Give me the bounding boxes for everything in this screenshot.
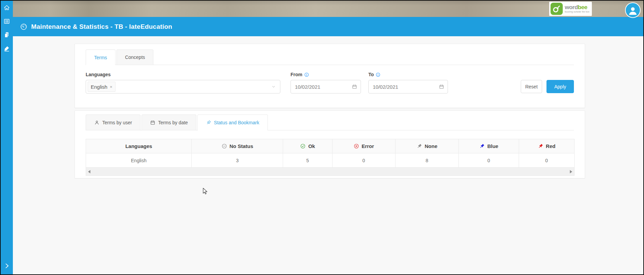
person-icon (627, 5, 639, 17)
filter-row: Languages English × From (86, 72, 574, 93)
logo-tagline: buzzing outside the box (565, 11, 589, 13)
user-icon (94, 120, 100, 125)
col-header-no-status: No Status (191, 139, 283, 153)
tab-status-and-bookmark[interactable]: Status and Bookmark (197, 114, 268, 130)
cell-blue: 0 (458, 153, 518, 168)
language-tag-label: English (91, 84, 107, 90)
tab-terms-by-user[interactable]: Terms by user (86, 114, 141, 130)
from-date-input[interactable] (291, 80, 361, 93)
col-header-languages: Languages (86, 139, 191, 153)
tab-terms[interactable]: Terms (86, 49, 115, 65)
to-date-input[interactable] (368, 80, 448, 93)
cell-ok: 5 (283, 153, 332, 168)
scroll-right-arrow-icon[interactable] (570, 170, 572, 173)
stats-card: Terms by user Terms by date Status and B… (74, 110, 585, 178)
table-header-row: Languages No Status Ok Error (86, 139, 574, 153)
col-header-blue: Blue (458, 139, 518, 153)
wordbee-logo[interactable]: wordbee buzzing outside the box (549, 2, 592, 16)
cell-language: English (86, 153, 191, 168)
status-table: Languages No Status Ok Error (86, 139, 575, 176)
sidebar-item-forms[interactable] (3, 18, 10, 25)
tab-status-and-bookmark-label: Status and Bookmark (214, 120, 259, 125)
tab-terms-label: Terms (94, 55, 107, 60)
from-field-group: From (291, 72, 361, 93)
table-row: English 3 5 0 8 0 0 (86, 153, 574, 168)
tab-concepts[interactable]: Concepts (116, 49, 153, 65)
col-header-error: Error (332, 139, 395, 153)
top-banner: wordbee buzzing outside the box (13, 1, 643, 17)
info-icon[interactable] (304, 72, 309, 77)
list-icon (3, 18, 10, 25)
chevron-right-icon (3, 262, 10, 269)
close-circle-icon (353, 143, 359, 149)
logo-word: word (565, 4, 578, 10)
filter-buttons: Reset Apply (521, 80, 574, 93)
logo-text: wordbee buzzing outside the box (565, 4, 589, 13)
documents-icon (3, 31, 10, 38)
languages-label: Languages (86, 72, 280, 77)
sidebar-item-documents[interactable] (3, 31, 10, 39)
sidebar (1, 1, 13, 274)
home-icon (3, 4, 10, 11)
from-label-row: From (291, 72, 361, 77)
from-label: From (291, 72, 302, 77)
main-tabs: Terms Concepts (86, 49, 574, 65)
col-header-red: Red (519, 139, 574, 153)
tab-terms-by-date-label: Terms by date (158, 120, 188, 125)
cell-no-status: 3 (191, 153, 283, 168)
calendar-icon (150, 120, 155, 125)
gauge-icon (20, 23, 27, 30)
pushpin-icon (416, 143, 422, 149)
content-area: Terms Concepts Languages English × (13, 36, 643, 274)
horizontal-scrollbar[interactable] (86, 168, 574, 175)
sidebar-item-home[interactable] (3, 4, 10, 12)
cell-red: 0 (519, 153, 574, 168)
cell-error: 0 (332, 153, 395, 168)
logo-bee: bee (578, 4, 587, 10)
col-header-none: None (395, 139, 458, 153)
pushpin-icon (479, 143, 485, 149)
languages-field-group: Languages English × (86, 72, 280, 93)
to-field-group: To (368, 72, 448, 93)
check-circle-icon (300, 143, 306, 149)
filters-card: Terms Concepts Languages English × (74, 44, 585, 108)
apply-button[interactable]: Apply (546, 80, 574, 93)
languages-select[interactable]: English × (86, 80, 280, 93)
page-title: Maintenance & Statistics - TB - IateEduc… (31, 23, 172, 30)
to-label-row: To (368, 72, 448, 77)
cell-none: 8 (395, 153, 458, 168)
stats-tabs: Terms by user Terms by date Status and B… (86, 114, 574, 130)
sidebar-expand-button[interactable] (3, 262, 10, 270)
pushpin-icon (538, 143, 543, 149)
scroll-left-arrow-icon[interactable] (88, 170, 90, 173)
chevron-down-icon (271, 84, 276, 89)
minus-circle-icon (221, 143, 227, 149)
tab-concepts-label: Concepts (125, 55, 145, 60)
user-avatar[interactable] (625, 2, 641, 18)
tag-remove-icon[interactable]: × (110, 85, 112, 89)
bee-icon (551, 3, 563, 15)
pen-icon (3, 45, 10, 52)
col-header-ok: Ok (283, 139, 332, 153)
tab-terms-by-user-label: Terms by user (102, 120, 132, 125)
reset-button[interactable]: Reset (521, 80, 542, 93)
tab-terms-by-date[interactable]: Terms by date (142, 114, 196, 130)
language-tag: English × (88, 82, 115, 92)
pushpin-icon (206, 120, 211, 125)
sidebar-item-edit[interactable] (3, 45, 10, 52)
info-icon[interactable] (375, 72, 381, 77)
page-header: Maintenance & Statistics - TB - IateEduc… (1, 17, 643, 36)
to-label: To (368, 72, 374, 77)
app-window: wordbee buzzing outside the box Maintena… (0, 0, 644, 275)
